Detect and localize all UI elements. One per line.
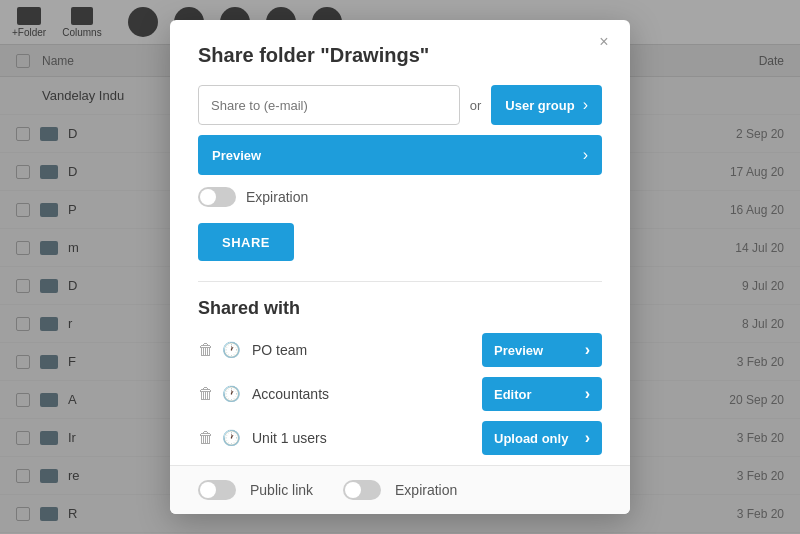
user-group-chevron-icon: ›	[583, 96, 588, 114]
footer-expiration-label: Expiration	[395, 482, 457, 498]
delete-share-icon[interactable]: 🗑	[198, 429, 216, 447]
close-button[interactable]: ×	[592, 30, 616, 54]
public-link-toggle-knob	[200, 482, 216, 498]
permission-chevron-icon: ›	[583, 146, 588, 164]
shared-item-actions: 🗑 🕐	[198, 341, 240, 359]
permission-chevron-icon: ›	[585, 385, 590, 403]
share-email-input[interactable]	[198, 85, 460, 125]
modal-body: Share folder "Drawings" or User group › …	[170, 20, 630, 455]
footer-expiration-knob	[345, 482, 361, 498]
modal-overlay: × Share folder "Drawings" or User group …	[0, 0, 800, 534]
shared-item: 🗑 🕐 PO team Preview ›	[198, 333, 602, 367]
share-modal: × Share folder "Drawings" or User group …	[170, 20, 630, 514]
schedule-icon[interactable]: 🕐	[222, 341, 240, 359]
expiration-toggle[interactable]	[198, 187, 236, 207]
permission-dropdown-button[interactable]: Preview ›	[198, 135, 602, 175]
shared-item-name: Accountants	[252, 386, 470, 402]
toggle-knob	[200, 189, 216, 205]
divider-1	[198, 281, 602, 282]
permission-label: Upload only	[494, 431, 568, 446]
schedule-icon[interactable]: 🕐	[222, 429, 240, 447]
shared-item-actions: 🗑 🕐	[198, 385, 240, 403]
schedule-icon[interactable]: 🕐	[222, 385, 240, 403]
share-button[interactable]: SHARE	[198, 223, 294, 261]
delete-share-icon[interactable]: 🗑	[198, 385, 216, 403]
modal-footer: Public link Expiration	[170, 465, 630, 514]
public-link-label: Public link	[250, 482, 313, 498]
shared-item-actions: 🗑 🕐	[198, 429, 240, 447]
expiration-label: Expiration	[246, 189, 308, 205]
shared-item: 🗑 🕐 Accountants Editor ›	[198, 377, 602, 411]
footer-expiration-toggle[interactable]	[343, 480, 381, 500]
shared-item: 🗑 🕐 Unit 1 users Upload only ›	[198, 421, 602, 455]
share-input-row: or User group ›	[198, 85, 602, 125]
modal-title: Share folder "Drawings"	[198, 44, 602, 67]
shared-item-name: Unit 1 users	[252, 430, 470, 446]
user-group-button[interactable]: User group ›	[491, 85, 602, 125]
or-label: or	[470, 98, 482, 113]
permission-button[interactable]: Preview ›	[482, 333, 602, 367]
permission-label: Preview	[494, 343, 543, 358]
shared-with-title: Shared with	[198, 298, 602, 319]
shared-items-list: 🗑 🕐 PO team Preview › 🗑 🕐 Accountants Ed…	[198, 333, 602, 455]
permission-button[interactable]: Editor ›	[482, 377, 602, 411]
shared-item-name: PO team	[252, 342, 470, 358]
delete-share-icon[interactable]: 🗑	[198, 341, 216, 359]
expiration-row: Expiration	[198, 187, 602, 207]
permission-button[interactable]: Upload only ›	[482, 421, 602, 455]
permission-chevron-icon: ›	[585, 429, 590, 447]
permission-label: Editor	[494, 387, 532, 402]
public-link-toggle[interactable]	[198, 480, 236, 500]
permission-chevron-icon: ›	[585, 341, 590, 359]
